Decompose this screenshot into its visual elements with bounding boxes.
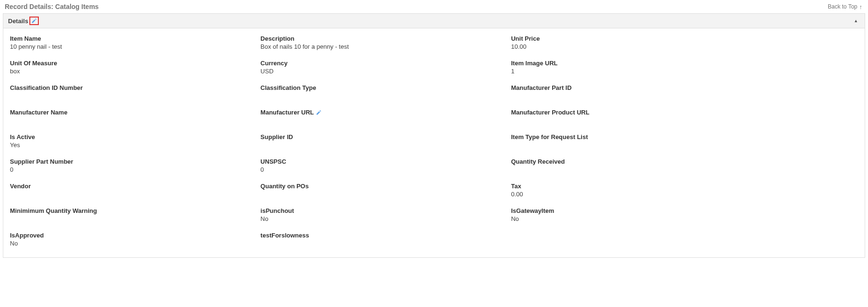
field-label: Manufacturer Part ID [511,84,752,91]
field-tax: Tax 0.00 [511,183,752,199]
field-value: USD [260,68,501,75]
field-value: 10 penny nail - test [10,43,251,50]
field-label: Vendor [10,183,251,190]
field-value [10,215,251,222]
field-value: No [260,215,501,222]
field-item-name: Item Name 10 penny nail - test [10,35,251,51]
field-label: IsGatewayItem [511,207,752,214]
field-label: Quantity on POs [260,183,501,190]
field-label: Currency [260,60,501,67]
field-manufacturer-product-url: Manufacturer Product URL [511,109,752,125]
field-supplier-part-number: Supplier Part Number 0 [10,158,251,174]
field-value: Box of nails 10 for a penny - test [260,43,501,50]
field-is-approved: IsApproved No [10,232,251,248]
field-is-punchout: isPunchout No [260,207,501,223]
field-label: testForslowness [260,232,501,239]
field-label: IsApproved [10,232,251,239]
field-value [511,117,752,123]
field-value [511,92,752,99]
top-bar: Record Details: Catalog Items Back to To… [0,0,868,13]
field-value [511,141,752,148]
field-label: Item Type for Request List [511,133,752,140]
field-classification-id: Classification ID Number [10,84,251,100]
field-value [10,117,251,123]
field-label: Minimimum Quantity Warning [10,207,251,214]
field-vendor: Vendor [10,183,251,199]
field-manufacturer-name: Manufacturer Name [10,109,251,125]
field-label: Is Active [10,133,251,140]
pencil-icon [31,18,37,24]
field-label: Manufacturer Name [10,109,251,116]
field-value: 0 [260,166,501,173]
field-is-active: Is Active Yes [10,133,251,149]
section-header: Details ▲ [3,14,865,28]
field-label: Unit Price [511,35,752,42]
field-label: Classification ID Number [10,84,251,91]
field-label: Quantity Received [511,158,752,165]
section-title: Details [8,17,39,25]
field-test-for-slowness: testForslowness [260,232,501,248]
field-label: Unit Of Measure [10,60,251,67]
field-label: Manufacturer URL [260,109,501,116]
edit-section-button[interactable] [29,17,39,25]
field-value: 0 [10,166,251,173]
field-quantity-on-pos: Quantity on POs [260,183,501,199]
field-value: Yes [10,141,251,149]
field-description: Description Box of nails 10 for a penny … [260,35,501,51]
edit-manufacturer-url-button[interactable] [316,110,322,115]
field-value [260,141,501,148]
field-label: Tax [511,183,752,190]
field-quantity-received: Quantity Received [511,158,752,174]
field-value: 1 [511,68,752,75]
section-title-label: Details [8,18,28,25]
field-classification-type: Classification Type [260,84,501,100]
field-value: 0.00 [511,191,752,198]
triangle-up-icon: ▲ [854,18,858,23]
field-value [260,240,501,246]
field-value [260,92,501,99]
field-label: UNSPSC [260,158,501,165]
field-value [10,191,251,197]
details-section: Details ▲ Item Name 10 penny nail - test… [3,13,865,258]
field-supplier-id: Supplier ID [260,133,501,149]
back-to-top-link[interactable]: Back to Top ↑ [828,3,862,10]
field-manufacturer-url: Manufacturer URL [260,109,501,125]
field-value: box [10,68,251,75]
field-item-type-request-list: Item Type for Request List [511,133,752,149]
field-min-qty-warning: Minimimum Quantity Warning [10,207,251,223]
field-value: No [511,215,752,222]
collapse-toggle[interactable]: ▲ [852,18,860,24]
field-label: Classification Type [260,84,501,91]
field-label: Item Name [10,35,251,42]
field-label: Supplier ID [260,133,501,140]
field-unit-price: Unit Price 10.00 [511,35,752,51]
field-label: isPunchout [260,207,501,214]
field-unit-of-measure: Unit Of Measure box [10,60,251,76]
field-value [260,191,501,197]
field-currency: Currency USD [260,60,501,76]
field-label: Item Image URL [511,60,752,67]
field-value [10,92,251,99]
field-value [260,117,501,123]
field-unspsc: UNSPSC 0 [260,158,501,174]
field-label: Supplier Part Number [10,158,251,165]
arrow-up-icon: ↑ [859,4,863,10]
field-label: Description [260,35,501,42]
back-to-top-label: Back to Top [828,3,857,10]
field-label-text: Manufacturer URL [260,109,314,116]
field-manufacturer-part-id: Manufacturer Part ID [511,84,752,100]
field-value: No [10,240,251,247]
field-is-gateway-item: IsGatewayItem No [511,207,752,223]
field-value: 10.00 [511,43,752,50]
field-grid: Item Name 10 penny nail - test Descripti… [3,28,865,257]
field-label: Manufacturer Product URL [511,109,752,116]
field-value [511,166,752,173]
page-title: Record Details: Catalog Items [5,3,98,10]
pencil-icon [316,110,322,115]
field-item-image-url: Item Image URL 1 [511,60,752,76]
